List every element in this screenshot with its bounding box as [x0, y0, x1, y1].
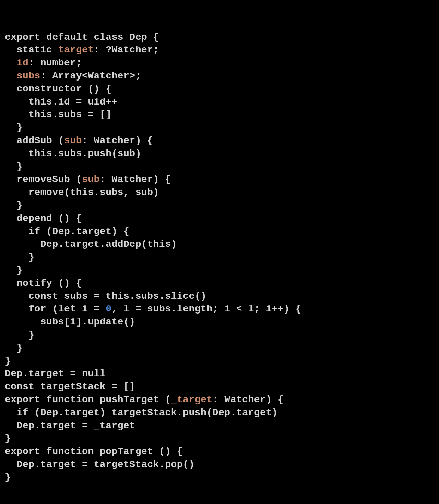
code-token: }: [5, 252, 35, 262]
code-line: export function popTarget () {: [5, 445, 434, 458]
code-token: remove(this.subs, sub): [5, 187, 159, 198]
code-token: sub: [82, 174, 100, 185]
code-token: subs: [17, 71, 40, 81]
code-token: target: [58, 45, 94, 55]
code-token: Dep.target.addDep(this): [5, 239, 177, 249]
code-token: addSub (: [5, 135, 64, 146]
code-line: Dep.target = null: [5, 367, 434, 380]
code-line: Dep.target.addDep(this): [5, 238, 434, 251]
code-line: }: [5, 160, 434, 173]
code-token: Dep.target = _target: [5, 420, 135, 431]
code-token: for (let i =: [5, 304, 106, 314]
code-token: : Watcher) {: [213, 394, 284, 405]
code-token: removeSub (: [5, 174, 82, 185]
code-line: }: [5, 121, 434, 134]
code-token: : number;: [28, 58, 82, 68]
code-token: notify () {: [5, 278, 82, 288]
code-line: }: [5, 251, 434, 264]
code-line: this.subs.push(sub): [5, 147, 434, 160]
code-token: subs[i].update(): [5, 317, 135, 327]
code-line: constructor () {: [5, 83, 434, 96]
code-line: this.subs = []: [5, 108, 434, 121]
code-token: if (Dep.target) targetStack.push(Dep.tar…: [5, 407, 278, 418]
code-line: subs: Array<Watcher>;: [5, 70, 434, 83]
code-line: depend () {: [5, 212, 434, 225]
code-token: this.id = uid++: [5, 97, 118, 107]
code-line: static target: ?Watcher;: [5, 44, 434, 57]
code-block: export default class Dep { static target…: [5, 31, 434, 484]
code-line: notify () {: [5, 277, 434, 290]
code-token: }: [5, 122, 23, 133]
code-token: : Watcher) {: [82, 135, 153, 146]
code-token: , l = subs.length; i < l; i++) {: [111, 304, 301, 314]
code-token: }: [5, 265, 23, 275]
code-line: Dep.target = _target: [5, 419, 434, 432]
code-line: }: [5, 342, 434, 355]
code-line: }: [5, 471, 434, 484]
code-line: }: [5, 355, 434, 368]
code-line: if (Dep.target) {: [5, 225, 434, 238]
code-token: Dep.target = targetStack.pop(): [5, 459, 195, 470]
code-line: }: [5, 199, 434, 212]
code-token: constructor () {: [5, 84, 111, 94]
code-line: }: [5, 432, 434, 445]
code-line: subs[i].update(): [5, 316, 434, 329]
code-token: const subs = this.subs.slice(): [5, 291, 206, 302]
code-line: this.id = uid++: [5, 96, 434, 109]
code-token: [5, 71, 17, 81]
code-token: }: [5, 356, 11, 366]
code-line: export function pushTarget (_target: Wat…: [5, 393, 434, 406]
code-line: }: [5, 329, 434, 342]
code-token: }: [5, 433, 11, 444]
code-line: export default class Dep {: [5, 31, 434, 44]
code-token: id: [17, 58, 29, 68]
code-token: export function popTarget () {: [5, 446, 183, 457]
code-token: : Array<Watcher>;: [40, 71, 141, 81]
code-line: if (Dep.target) targetStack.push(Dep.tar…: [5, 406, 434, 419]
code-line: addSub (sub: Watcher) {: [5, 134, 434, 147]
code-token: : ?Watcher;: [94, 45, 159, 55]
code-token: this.subs.push(sub): [5, 148, 141, 159]
code-token: }: [5, 472, 11, 483]
code-token: this.subs = []: [5, 109, 111, 120]
code-token: 0: [106, 304, 111, 314]
code-token: if (Dep.target) {: [5, 226, 129, 237]
code-token: }: [5, 200, 23, 211]
code-token: }: [5, 161, 23, 172]
code-line: const subs = this.subs.slice(): [5, 290, 434, 303]
code-token: [5, 58, 17, 68]
code-token: export function pushTarget (: [5, 394, 171, 405]
code-line: removeSub (sub: Watcher) {: [5, 173, 434, 186]
code-token: const targetStack = []: [5, 381, 135, 392]
code-token: sub: [64, 135, 82, 146]
code-line: remove(this.subs, sub): [5, 186, 434, 199]
code-token: static: [5, 45, 58, 55]
code-token: Dep.target = null: [5, 368, 106, 379]
code-line: const targetStack = []: [5, 380, 434, 393]
code-token: : Watcher) {: [100, 174, 171, 185]
code-line: Dep.target = targetStack.pop(): [5, 458, 434, 471]
code-line: }: [5, 264, 434, 277]
code-token: }: [5, 343, 23, 353]
code-token: _target: [171, 394, 212, 405]
code-token: depend () {: [5, 213, 82, 224]
code-line: id: number;: [5, 57, 434, 70]
code-line: for (let i = 0, l = subs.length; i < l; …: [5, 303, 434, 316]
code-token: }: [5, 330, 35, 340]
code-token: export default class Dep {: [5, 32, 159, 42]
